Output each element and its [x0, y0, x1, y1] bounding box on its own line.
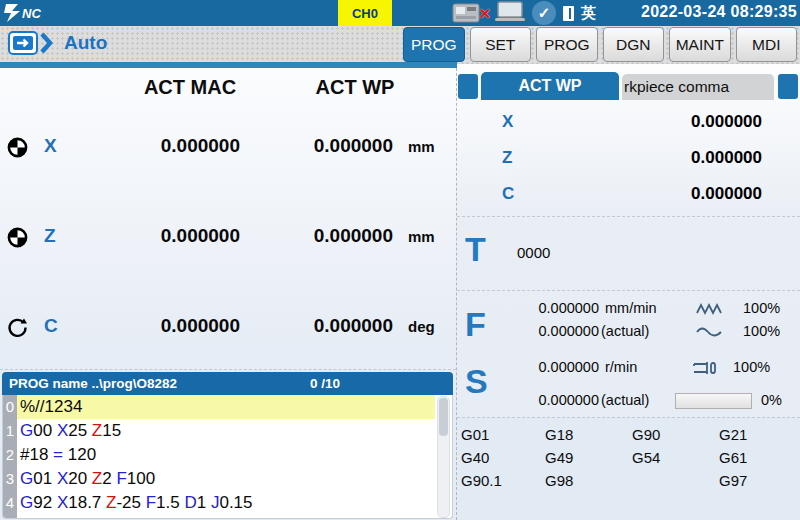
- status-tab-workpiece-command[interactable]: rkpiece comma: [622, 74, 774, 100]
- machine-link-icon: ✕: [452, 3, 488, 23]
- program-line[interactable]: 0%//1234: [3, 395, 452, 419]
- act-mac-value: 0.000000: [118, 225, 240, 247]
- mode-label: Auto: [64, 32, 107, 54]
- wp-axis-value: 0.000000: [642, 112, 762, 132]
- feed-actual-row: 0.000000 (actual) 100%: [457, 323, 800, 343]
- feed-actual-value: 0.000000: [504, 323, 599, 339]
- spindle-override-icon: [691, 361, 723, 378]
- program-window: PROG name ..\prog\O8282 0 /10 0%//1234 1…: [2, 372, 453, 519]
- tab-scroll-right-button[interactable]: [778, 74, 798, 99]
- mode-indicator: Auto: [8, 30, 107, 56]
- jog-override-icon: [695, 325, 725, 342]
- program-line-counter: 0 /10: [310, 372, 340, 395]
- program-titlebar: PROG name ..\prog\O8282 0 /10: [2, 372, 453, 395]
- feed-override-icon: [695, 302, 725, 319]
- act-mac-value: 0.000000: [118, 315, 240, 337]
- wp-axis-label: C: [502, 184, 514, 204]
- channel-badge: CH0: [338, 0, 392, 26]
- axis-label: Z: [44, 225, 56, 247]
- program-line[interactable]: 3G01 X20 Z2 F100: [3, 467, 452, 491]
- feed-actual-percent: 100%: [743, 323, 793, 339]
- tool-section-label: T: [465, 232, 486, 266]
- tab-prog-active[interactable]: PROG: [403, 27, 465, 62]
- section-separator: [457, 216, 800, 217]
- gcode: G97: [719, 469, 799, 492]
- feed-command-value: 0.000000: [504, 300, 599, 316]
- act-mac-value: 0.000000: [118, 135, 240, 157]
- program-name: PROG name ..\prog\O8282: [9, 376, 177, 391]
- tab-set[interactable]: SET: [470, 27, 532, 62]
- axis-unit: mm: [408, 138, 435, 155]
- modal-gcode-area: G01 G18 G90 G21 G40 G49 G54 G61 G90.1 G9…: [457, 417, 800, 520]
- auto-mode-icon: [8, 30, 56, 56]
- gcode: G21: [719, 423, 799, 446]
- datetime: 2022-03-24 08:29:35: [641, 3, 797, 21]
- machine-zero-icon: [7, 137, 28, 162]
- tab-maint[interactable]: MAINT: [669, 27, 731, 62]
- language-indicator: 英: [581, 4, 596, 23]
- program-line[interactable]: 1G00 X25 Z15: [3, 419, 452, 443]
- spindle-command-value: 0.000000: [504, 359, 599, 375]
- feed-actual-suffix: (actual): [601, 323, 649, 339]
- gcode: G01: [461, 423, 541, 446]
- spindle-actual-value: 0.000000: [504, 392, 599, 408]
- coordinate-display: ACT MAC ACT WP X 0.000000 0.000000 mm: [0, 68, 456, 370]
- wp-axis-label: Z: [502, 148, 512, 168]
- act-wp-value: 0.000000: [271, 135, 393, 157]
- wp-axis-value: 0.000000: [642, 184, 762, 204]
- wp-axis-label: X: [502, 112, 513, 132]
- feed-unit: mm/min: [605, 300, 657, 316]
- rotary-axis-icon: [7, 317, 28, 342]
- main-tabs: PROG SET PROG DGN MAINT MDI: [403, 27, 797, 62]
- gcode: G49: [545, 446, 625, 469]
- tab-dgn[interactable]: DGN: [603, 27, 665, 62]
- feed-override-percent: 100%: [743, 300, 793, 316]
- feed-command-row: 0.000000 mm/min 100%: [457, 300, 800, 320]
- section-separator: [457, 290, 800, 291]
- gcode: G98: [545, 469, 625, 492]
- gcode: G40: [461, 446, 541, 469]
- cnc-screen: NC CH0 ✕ ✓ 英 2022-03: [0, 0, 800, 520]
- tool-number: 0000: [517, 244, 550, 261]
- program-line[interactable]: 4G92 X18.7 Z-25 F1.5 D1 J0.15: [3, 491, 452, 515]
- program-listing[interactable]: 0%//1234 1G00 X25 Z15 2#18 = 120 3G01 X2…: [2, 395, 453, 519]
- gcode: G90.1: [461, 469, 541, 492]
- hnc-logo-icon: NC: [4, 3, 74, 23]
- header-act-wp: ACT WP: [316, 76, 395, 99]
- axis-label: X: [44, 135, 57, 157]
- tab-mdi[interactable]: MDI: [736, 27, 798, 62]
- axis-label: C: [44, 315, 58, 337]
- spindle-actual-row: 0.000000 (actual) 0%: [457, 392, 800, 412]
- disconnected-x-icon: ✕: [478, 6, 491, 21]
- axis-row-x: X 0.000000 0.000000 mm: [0, 134, 456, 164]
- spindle-override-percent: 100%: [733, 359, 783, 375]
- axis-unit: mm: [408, 228, 435, 245]
- axis-row-z: Z 0.000000 0.000000 mm: [0, 224, 456, 254]
- svg-text:NC: NC: [22, 6, 41, 21]
- file-status-icon: [563, 6, 574, 21]
- act-wp-value: 0.000000: [271, 315, 393, 337]
- scrollbar-thumb[interactable]: [439, 398, 448, 436]
- axis-row-c: C 0.000000 0.000000 deg: [0, 314, 456, 344]
- status-tab-act-wp[interactable]: ACT WP: [481, 72, 619, 100]
- pc-icon: [495, 1, 525, 26]
- wp-axis-value: 0.000000: [642, 148, 762, 168]
- tab-scroll-left-button[interactable]: [458, 74, 478, 99]
- header-act-mac: ACT MAC: [144, 76, 236, 99]
- program-line[interactable]: 2#18 = 120: [3, 443, 452, 467]
- gcode: G54: [632, 446, 712, 469]
- spindle-load-bar: [675, 393, 752, 409]
- gcode: G18: [545, 423, 625, 446]
- status-panel: ACT WP rkpiece comma X 0.000000 Z 0.0000…: [457, 64, 800, 520]
- spindle-actual-suffix: (actual): [601, 392, 649, 408]
- tab-prog[interactable]: PROG: [536, 27, 598, 62]
- status-icons: ✕ ✓ 英: [452, 0, 596, 26]
- spindle-load-percent: 0%: [761, 392, 800, 408]
- spindle-command-row: 0.000000 r/min 100%: [457, 359, 800, 379]
- top-status-bar: NC CH0 ✕ ✓ 英 2022-03: [0, 0, 800, 26]
- gcode: G61: [719, 446, 799, 469]
- machine-zero-icon: [7, 227, 28, 252]
- spindle-unit: r/min: [605, 359, 637, 375]
- gcode: G90: [632, 423, 712, 446]
- program-scrollbar[interactable]: [437, 396, 450, 518]
